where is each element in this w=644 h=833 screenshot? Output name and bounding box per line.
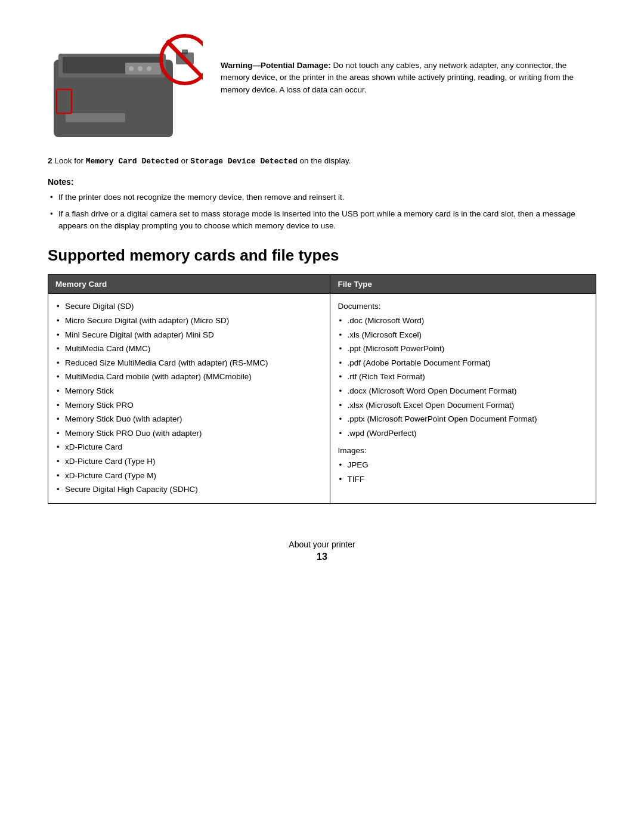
- list-item: TIFF: [338, 473, 589, 486]
- list-item: .xls (Microsoft Excel): [338, 329, 589, 342]
- images-list: JPEG TIFF: [338, 459, 589, 485]
- step-2-line: 2 Look for Memory Card Detected or Stora…: [48, 155, 596, 168]
- list-item: Micro Secure Digital (with adapter) (Mic…: [55, 314, 323, 327]
- list-item: MultiMedia Card mobile (with adapter) (M…: [55, 370, 323, 383]
- list-item: Secure Digital (SD): [55, 300, 323, 313]
- note-item-2: If a flash drive or a digital camera set…: [48, 208, 596, 233]
- list-item: xD-Picture Card: [55, 441, 323, 454]
- col2-header: File Type: [330, 275, 596, 294]
- file-type-cell: Documents: .doc (Microsoft Word) .xls (M…: [330, 294, 596, 503]
- memory-card-cell: Secure Digital (SD) Micro Secure Digital…: [48, 294, 330, 503]
- list-item: xD-Picture Card (Type H): [55, 455, 323, 468]
- footer: About your printer 13: [48, 540, 596, 562]
- page-content: Warning—Potential Damage: Do not touch a…: [48, 24, 596, 562]
- footer-title: About your printer: [48, 540, 596, 549]
- list-item: Memory Stick Duo (with adapter): [55, 413, 323, 426]
- list-item: .xlsx (Microsoft Excel Open Document For…: [338, 399, 589, 412]
- memory-card-list: Secure Digital (SD) Micro Secure Digital…: [55, 300, 323, 496]
- printer-image-container: [48, 24, 203, 143]
- list-item: .wpd (WordPerfect): [338, 427, 589, 440]
- svg-rect-3: [66, 113, 125, 122]
- list-item: Reduced Size MultiMedia Card (with adapt…: [55, 357, 323, 370]
- table-header-row: Memory Card File Type: [48, 275, 596, 294]
- step-number: 2: [48, 156, 52, 165]
- list-item: Memory Stick PRO: [55, 399, 323, 412]
- svg-point-6: [138, 66, 143, 71]
- warning-paragraph: Warning—Potential Damage: Do not touch a…: [221, 60, 596, 96]
- notes-list: If the printer does not recognize the me…: [48, 191, 596, 233]
- step2-text: Look for: [54, 156, 86, 165]
- warning-bold-label: Warning—Potential Damage:: [221, 61, 331, 70]
- footer-page-number: 13: [48, 552, 596, 562]
- svg-point-5: [129, 66, 134, 71]
- table-data-row: Secure Digital (SD) Micro Secure Digital…: [48, 294, 596, 503]
- images-heading: Images:: [338, 444, 589, 457]
- list-item: .pdf (Adobe Portable Document Format): [338, 357, 589, 370]
- section-heading: Supported memory cards and file types: [48, 246, 596, 265]
- list-item: xD-Picture Card (Type M): [55, 469, 323, 482]
- step2-end: on the display.: [298, 156, 351, 165]
- documents-heading: Documents:: [338, 300, 589, 313]
- list-item: .rtf (Rich Text Format): [338, 370, 589, 383]
- step2-code2: Storage Device Detected: [190, 157, 297, 166]
- list-item: Secure Digital High Capacity (SDHC): [55, 483, 323, 496]
- list-item: .doc (Microsoft Word): [338, 314, 589, 327]
- top-section: Warning—Potential Damage: Do not touch a…: [48, 24, 596, 143]
- svg-point-7: [147, 66, 151, 71]
- list-item: .ppt (Microsoft PowerPoint): [338, 342, 589, 355]
- svg-rect-12: [182, 49, 188, 54]
- list-item: MultiMedia Card (MMC): [55, 342, 323, 355]
- list-item: .docx (Microsoft Word Open Document Form…: [338, 385, 589, 398]
- list-item: JPEG: [338, 459, 589, 472]
- warning-text-container: Warning—Potential Damage: Do not touch a…: [221, 24, 596, 96]
- list-item: Memory Stick PRO Duo (with adapter): [55, 427, 323, 440]
- note-item-1: If the printer does not recognize the me…: [48, 191, 596, 203]
- step2-code1: Memory Card Detected: [86, 157, 179, 166]
- notes-section: Notes: If the printer does not recognize…: [48, 177, 596, 233]
- printer-illustration: [48, 24, 203, 143]
- list-item: .pptx (Microsoft PowerPoint Open Documen…: [338, 413, 589, 426]
- col1-header: Memory Card: [48, 275, 330, 294]
- memory-table: Memory Card File Type Secure Digital (SD…: [48, 274, 596, 503]
- documents-list: .doc (Microsoft Word) .xls (Microsoft Ex…: [338, 314, 589, 439]
- list-item: Memory Stick: [55, 385, 323, 398]
- step2-mid: or: [179, 156, 191, 165]
- list-item: Mini Secure Digital (with adapter) Mini …: [55, 329, 323, 342]
- notes-heading: Notes:: [48, 177, 596, 187]
